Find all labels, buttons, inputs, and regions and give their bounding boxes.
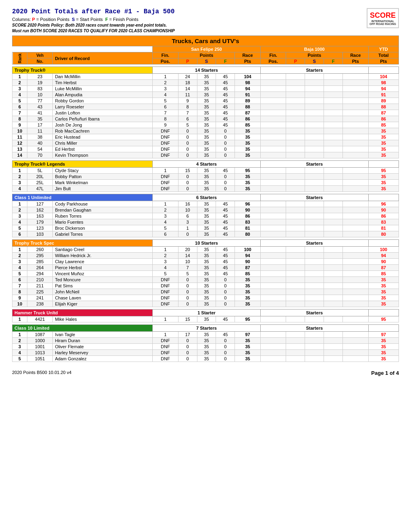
bfin-0-11	[260, 140, 286, 146]
driver-0-5: Larry Roeseler	[53, 104, 153, 110]
f-0-7: 45	[216, 116, 235, 122]
pts-5-4: 35	[235, 356, 261, 362]
rank-0-13: 14	[12, 152, 27, 158]
class-name-2: Class 1 Unlimited	[12, 194, 153, 201]
fin-1-3: DNF	[153, 186, 179, 192]
bf-1-0	[324, 168, 343, 174]
bfin-3-9	[260, 301, 286, 307]
ytd-4-0: 95	[368, 316, 399, 322]
bpts-3-2	[343, 259, 369, 265]
s-3-8: 35	[197, 295, 216, 301]
bs-0-10	[305, 134, 324, 140]
pts-1-0: 95	[235, 168, 261, 174]
race-header: Race	[235, 52, 261, 58]
table-row: 1 23 Dan McMillin 1 24 35 45 104 104	[12, 74, 399, 80]
f-3-5: 0	[216, 277, 235, 283]
pts-0-3: 91	[235, 92, 261, 98]
veh-0-13: 70	[27, 152, 53, 158]
pts-2-1: 90	[235, 207, 261, 213]
bp-4-0	[286, 316, 305, 322]
pts-0-0: 104	[235, 74, 261, 80]
pts-5-3: 35	[235, 350, 261, 356]
class-header-2: Class 1 Unlimited 6 Starters Starters	[12, 194, 399, 201]
veh-4-0: 4421	[27, 316, 53, 322]
rank-3-7: 8	[12, 289, 27, 295]
ytd-0-5: 88	[368, 104, 399, 110]
fin-5-4: DNF	[153, 356, 179, 362]
driver-3-9: Elijah Kiger	[53, 301, 153, 307]
driver-0-7: Carlos Peñuñuri Ibarra	[53, 116, 153, 122]
rank-0-12: 13	[12, 146, 27, 152]
fin-0-7: 8	[153, 116, 179, 122]
bs-0-12	[305, 146, 324, 152]
s-2-1: 35	[197, 207, 216, 213]
ytd-2-5: 80	[368, 231, 399, 237]
veh-0-2: 83	[27, 86, 53, 92]
col-group-header: San Felipe 250 Baja 1000 YTD	[12, 46, 399, 52]
bfin-5-0	[260, 332, 286, 338]
ytd-3-7: 35	[368, 289, 399, 295]
pts-0-10: 35	[235, 134, 261, 140]
rank-3-2: 3	[12, 259, 27, 265]
ytd-pts-header: Pts	[368, 58, 399, 64]
header-text: 2020 Point Totals after Race #1 - Baja 5…	[12, 8, 175, 33]
bpts-4-0	[343, 316, 369, 322]
starters-sf-5: 7 Starters	[153, 325, 261, 332]
ytd-1-3: 35	[368, 186, 399, 192]
f-0-1: 45	[216, 80, 235, 86]
f-0-10: 0	[216, 134, 235, 140]
f-3-2: 45	[216, 259, 235, 265]
veh-3-7: 225	[27, 289, 53, 295]
s-2-2: 35	[197, 213, 216, 219]
driver-2-1: Brendan Gaughan	[53, 207, 153, 213]
pts-1-2: 35	[235, 180, 261, 186]
rank-0-3: 4	[12, 92, 27, 98]
driver-0-9: Rob MacCachren	[53, 128, 153, 134]
bs-0-8	[305, 122, 324, 128]
table-row: 14 70 Kevin Thompson DNF 0 35 0 35 35	[12, 152, 399, 158]
bpts-3-7	[343, 289, 369, 295]
driver-1-2: Mark Winkelman	[53, 180, 153, 186]
ytd-0-8: 85	[368, 122, 399, 128]
pts-2-5: 80	[235, 231, 261, 237]
pts-3-3: 87	[235, 265, 261, 271]
ytd-2-3: 83	[368, 219, 399, 225]
bfin-5-1	[260, 338, 286, 344]
f-0-5: 45	[216, 104, 235, 110]
pts-0-8: 85	[235, 122, 261, 128]
pos-header: Pos.	[153, 58, 179, 64]
bp-3-1	[286, 253, 305, 259]
bpos-header: Pos.	[260, 58, 286, 64]
s-1-2: 35	[197, 180, 216, 186]
bfin-0-4	[260, 98, 286, 104]
bp-1-0	[286, 168, 305, 174]
bfin-3-1	[260, 253, 286, 259]
p-5-1: 0	[178, 338, 197, 344]
bp-0-8	[286, 122, 305, 128]
p-0-3: 11	[178, 92, 197, 98]
rank-0-2: 3	[12, 86, 27, 92]
rank-header: Rank	[12, 52, 27, 64]
bs-0-2	[305, 86, 324, 92]
bpts-3-0	[343, 247, 369, 253]
s-3-9: 35	[197, 301, 216, 307]
bs-0-11	[305, 140, 324, 146]
bf-1-1	[324, 174, 343, 180]
driver-3-3: Pierce Herbst	[53, 265, 153, 271]
fin-2-4: 5	[153, 225, 179, 231]
fin-0-0: 1	[153, 74, 179, 80]
s-0-5: 35	[197, 104, 216, 110]
fin-3-3: 4	[153, 265, 179, 271]
driver-0-2: Luke McMillin	[53, 86, 153, 92]
s-1-3: 35	[197, 186, 216, 192]
p-1-0: 15	[178, 168, 197, 174]
fin-3-8: DNF	[153, 295, 179, 301]
veh-3-0: 260	[27, 247, 53, 253]
bf-header: F	[324, 58, 343, 64]
f-0-4: 45	[216, 98, 235, 104]
bs-2-1	[305, 207, 324, 213]
table-row: 2 1000 Hiram Duran DNF 0 35 0 35 35	[12, 338, 399, 344]
fin-0-13: DNF	[153, 152, 179, 158]
pts-1-3: 35	[235, 186, 261, 192]
bs-3-8	[305, 295, 324, 301]
